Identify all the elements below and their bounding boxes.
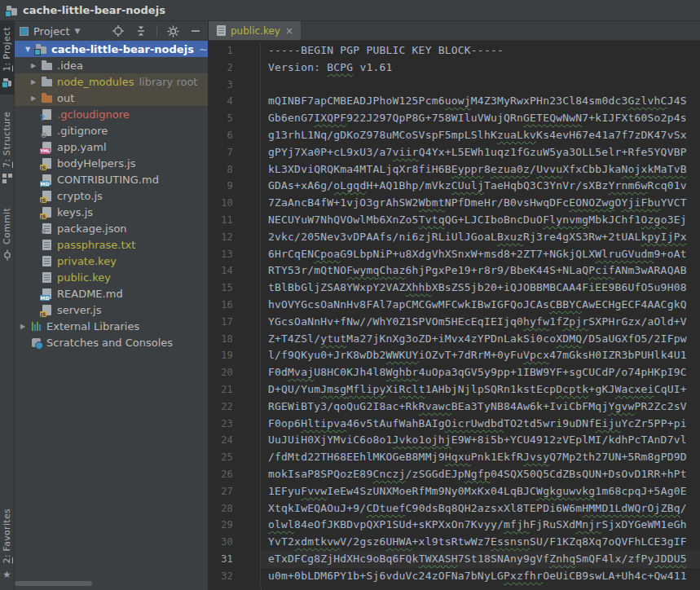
tree-row-app-yaml[interactable]: YMLapp.yaml: [15, 139, 208, 155]
locate-button[interactable]: [111, 24, 125, 38]
editor-line[interactable]: 1-----BEGIN PGP PUBLIC KEY BLOCK-----: [209, 42, 700, 59]
line-text[interactable]: -----BEGIN PGP PUBLIC KEY BLOCK-----: [261, 42, 700, 59]
line-text[interactable]: XtqkIwEQAOuJ+9/CDtuefC90dsBq8QH2azsxXl8T…: [261, 500, 700, 517]
chevron-right-icon[interactable]: ▶: [27, 78, 40, 86]
tree-row-cache-little-bear-nodejs[interactable]: ▼cache-little-bear-nodejs~/Doc: [15, 41, 208, 57]
editor-line[interactable]: 23F0op6Hltipva46v5tAufWahBAIgOicrUwdbdTO…: [209, 416, 700, 433]
line-text[interactable]: 1EFyuFvvwIeEw4SzUNXMoeRfMm9Ny0MxKx04LqBJ…: [261, 483, 700, 500]
line-text[interactable]: mokIsaP8SPQozE89Cnczj/zSGGdEJpNgfp04SQX5…: [261, 466, 700, 483]
editor-line[interactable]: 22RGEWiBTy3/qoQuG2I8ac+RkRvawcBEa3TyNB84…: [209, 398, 700, 416]
editor-line[interactable]: 107ZaAncB4fW+1vjO3grAhSW2WbmtNPfDmeHr/B0…: [209, 195, 700, 212]
chevron-right-icon[interactable]: ▶: [16, 323, 29, 330]
line-text[interactable]: NECUYuW7NhQVOwlMb6XnZo5TvtqQG+LJCIboBncD…: [261, 212, 700, 229]
line-text[interactable]: u0m+0bLDM6PY1b+Sj6vduVc24zOFNa7bNyLGPxzf…: [261, 568, 700, 585]
line-text[interactable]: RGEWiBTy3/qoQuG2I8ac+RkRvawcBEa3TyNB84Aw…: [261, 398, 700, 416]
editor-line[interactable]: 9GDAs+xA6g/oLgqdH+AQ1Bhp/mVkzCUuljTaeHqb…: [209, 178, 700, 195]
project-view-selector[interactable]: Project ▼: [20, 25, 80, 37]
close-icon[interactable]: ×: [285, 26, 293, 36]
line-text[interactable]: GDAs+xA6g/oLgqdH+AQ1Bhp/mVkzCUuljTaeHqbQ…: [261, 178, 700, 195]
tool-button-commit[interactable]: Commit: [0, 202, 15, 267]
editor-line[interactable]: 122vkc/205Nev3vDPAAfs/ni6zjRLiUlJGoaLBxu…: [209, 229, 700, 246]
code-area[interactable]: 1-----BEGIN PGP PUBLIC KEY BLOCK-----2Ve…: [209, 41, 700, 590]
editor-line[interactable]: 31eTxDFCg8ZjHdXHc9oBq6FQkTWXASH7St18SNAn…: [209, 551, 700, 568]
editor-line[interactable]: 18Z+T4ZSl/ytutMa27jKnXg3oZD+iMvx4zYPDnLa…: [209, 331, 700, 348]
tree-row-keys-js[interactable]: JSkeys.js: [15, 204, 208, 220]
editor-line[interactable]: 11NECUYuW7NhQVOwlMb6XnZo5TvtqQG+LJCIboBn…: [209, 212, 700, 229]
tree-row-bodyhelpers-js[interactable]: JSbodyHelpers.js: [15, 155, 208, 171]
line-text[interactable]: kL3XDviQRQKma4MTALjqXr8fiH6BEyppr8ezua0z…: [261, 161, 700, 178]
line-text[interactable]: olwl84eOfJKBDvpQXP1SUd+sKPXxOn7Kvyy/mfjh…: [261, 517, 700, 534]
line-text[interactable]: 2vkc/205Nev3vDPAAfs/ni6zjRLiUlJGoaLBxuzR…: [261, 229, 700, 246]
tree-row-package-json[interactable]: ⚙package.json: [15, 220, 208, 236]
editor-line[interactable]: 14RTY53r/mQtNOFwymqChaz6hjPgxPe19+r8r9/B…: [209, 262, 700, 280]
tree-row-crypto-js[interactable]: JScrypto.js: [15, 187, 208, 204]
settings-button[interactable]: [165, 24, 180, 38]
editor-line[interactable]: 6g13rhL1Nq/gDKoZ978uMCoSVspF5mpLSlhKzuaL…: [209, 127, 700, 144]
hide-button[interactable]: [188, 24, 203, 38]
tool-button----structure[interactable]: 7: Structure: [0, 106, 15, 191]
line-text[interactable]: D+QU/YumJmsgMflipyXiRclt1AHbjNjlpSQRn1ks…: [261, 381, 700, 398]
tree-row-scratches-and-consoles[interactable]: Scratches and Consoles: [15, 334, 208, 350]
line-text[interactable]: F0op6Hltipva46v5tAufWahBAIgOicrUwdbdTO2t…: [261, 416, 700, 433]
chevron-right-icon[interactable]: ▶: [27, 62, 40, 69]
tree-row-out[interactable]: ▶out: [15, 90, 208, 106]
editor-line[interactable]: 24UuJUiH0XjYMviC6o8o1Jvko1ojhjE9W+8i5b+Y…: [209, 432, 700, 449]
horizontal-scrollbar[interactable]: [15, 581, 209, 587]
tree-row-public-key[interactable]: public.key: [15, 269, 208, 285]
tree-row--gitignore[interactable]: ⊘.gitignore: [15, 122, 208, 139]
tree-row-readme-md[interactable]: MDREADME.md: [15, 285, 208, 302]
chevron-down-icon[interactable]: ▼: [21, 46, 34, 53]
line-text[interactable]: g13rhL1Nq/gDKoZ978uMCoSVspF5mpLSlhKzuaLk…: [261, 127, 700, 144]
editor-line[interactable]: 15tBlBbGljZSA8YWxpY2VAZXhhbXBsZS5jb20+iQ…: [209, 280, 700, 297]
line-text[interactable]: UuJUiH0XjYMviC6o8o1Jvko1ojhjE9W+8i5b+YCU…: [261, 432, 700, 449]
tool-button----favorites[interactable]: 2: Favorites★: [0, 503, 15, 587]
chevron-right-icon[interactable]: ▶: [27, 95, 40, 102]
tree-row-passphrase-txt[interactable]: passphrase.txt: [15, 236, 208, 253]
line-text[interactable]: mQINBF7apCMBEADJPhoW125Pcm6uowjM4Z3MyRwx…: [261, 93, 700, 110]
line-text[interactable]: 6HrCqENCpoaG9LbpNiP+u8XdgVhXSnxW+msd8+2Z…: [261, 246, 700, 263]
line-text[interactable]: tBlBbGljZSA8YWxpY2VAZXhhbXBsZS5jb20+iQJO…: [261, 280, 700, 297]
editor-line[interactable]: 28XtqkIwEQAOuJ+9/CDtuefC90dsBq8QH2azsxXl…: [209, 500, 700, 517]
line-text[interactable]: F0dMvajU8HC0KJh4l8Wghbr4uOpa3qGV5y9pp+1I…: [261, 364, 700, 381]
tree-row-private-key[interactable]: private.key: [15, 253, 208, 269]
editor-line[interactable]: 25/fdMtd22TH68EEhlMKOGeB8MMj9HqxuPnk1Ekf…: [209, 449, 700, 466]
line-text[interactable]: YvT2xdmtkvwV/2gsz6UHWA+xl9tsRtwWz7Essnsn…: [261, 534, 700, 551]
line-text[interactable]: Gb6enG7IXQPF922J297QpP8G+758WIluVWujQRnG…: [261, 110, 700, 127]
line-text[interactable]: YGcsOaNnHv+fNw//WhY0Z1SPVOm5HEcEqIEIjq0h…: [261, 314, 700, 331]
editor-line[interactable]: 8kL3XDviQRQKma4MTALjqXr8fiH6BEyppr8ezua0…: [209, 161, 700, 178]
editor-line[interactable]: 7gPYj7Xa0P+cL9xU3/a7viirQ4Yx+L5EWh1uqz1f…: [209, 144, 700, 161]
line-text[interactable]: /fdMtd22TH68EEhlMKOGeB8MMj9HqxuPnk1EkfRJ…: [261, 449, 700, 466]
line-text[interactable]: hvOVYGcsOaNnHv8FAl7apCMCGwMFCwkIBwIGFQoJ…: [261, 297, 700, 314]
line-text[interactable]: eTxDFCg8ZjHdXHc9oBq6FQkTWXASH7St18SNAny9…: [261, 551, 700, 568]
editor-line[interactable]: 20F0dMvajU8HC0KJh4l8Wghbr4uOpa3qGV5y9pp+…: [209, 364, 700, 381]
editor-line[interactable]: 21D+QU/YumJmsgMflipyXiRclt1AHbjNjlpSQRn1…: [209, 381, 700, 398]
editor-line[interactable]: 5Gb6enG7IXQPF922J297QpP8G+758WIluVWujQRn…: [209, 110, 700, 127]
line-text[interactable]: 7ZaAncB4fW+1vjO3grAhSW2WbmtNPfDmeHr/B0vs…: [261, 195, 700, 212]
editor-line[interactable]: 17YGcsOaNnHv+fNw//WhY0Z1SPVOm5HEcEqIEIjq…: [209, 314, 700, 331]
line-text[interactable]: gPYj7Xa0P+cL9xU3/a7viirQ4Yx+L5EWh1uqz1fG…: [261, 144, 700, 161]
tree-row--gcloudignore[interactable]: ?.gcloudignore: [15, 106, 208, 122]
line-text[interactable]: [261, 77, 700, 94]
editor-line[interactable]: 26mokIsaP8SPQozE89Cnczj/zSGGdEJpNgfp04SQ…: [209, 466, 700, 483]
editor-line[interactable]: 16hvOVYGcsOaNnHv8FAl7apCMCGwMFCwkIBwIGFQ…: [209, 297, 700, 314]
line-text[interactable]: Version: BCPG v1.61: [261, 59, 700, 77]
editor-line[interactable]: 30YvT2xdmtkvwV/2gsz6UHWA+xl9tsRtwWz7Essn…: [209, 534, 700, 551]
editor-line[interactable]: 19l/f9QKyu0+JrK8wDb2WWKUYiOZvT+7dRrM+0yF…: [209, 347, 700, 364]
editor-line[interactable]: 2Version: BCPG v1.61: [209, 59, 700, 77]
editor-line[interactable]: 136HrCqENCpoaG9LbpNiP+u8XdgVhXSnxW+msd8+…: [209, 246, 700, 263]
line-text[interactable]: l/f9QKyu0+JrK8wDb2WWKUYiOZvT+7dRrM+0yFuV…: [261, 347, 700, 364]
tree-row-external-libraries[interactable]: ▶External Libraries: [15, 318, 208, 334]
tree-row--idea[interactable]: ▶.idea: [15, 57, 208, 73]
collapse-all-button[interactable]: [134, 24, 148, 38]
editor-line[interactable]: 3: [209, 77, 700, 94]
line-text[interactable]: Z+T4ZSl/ytutMa27jKnXg3oZD+iMvx4zYPDnLakS…: [261, 331, 700, 348]
line-text[interactable]: RTY53r/mQtNOFwymqChaz6hjPgxPe19+r8r9/Bbe…: [261, 262, 700, 280]
tree-row-contributing-md[interactable]: MDCONTRIBUTING.md: [15, 171, 208, 187]
scrollbar-thumb[interactable]: [15, 581, 92, 586]
editor-line[interactable]: 271EFyuFvvwIeEw4SzUNXMoeRfMm9Ny0MxKx04Lq…: [209, 483, 700, 500]
tab-public-key[interactable]: public.key ×: [209, 21, 301, 40]
editor-line[interactable]: 29olwl84eOfJKBDvpQXP1SUd+sKPXxOn7Kvyy/mf…: [209, 517, 700, 534]
tree-row-server-js[interactable]: JSserver.js: [15, 302, 208, 318]
tool-button----project[interactable]: 1: Project: [0, 21, 15, 95]
editor-line[interactable]: 32u0m+0bLDM6PY1b+Sj6vduVc24zOFNa7bNyLGPx…: [209, 568, 700, 585]
